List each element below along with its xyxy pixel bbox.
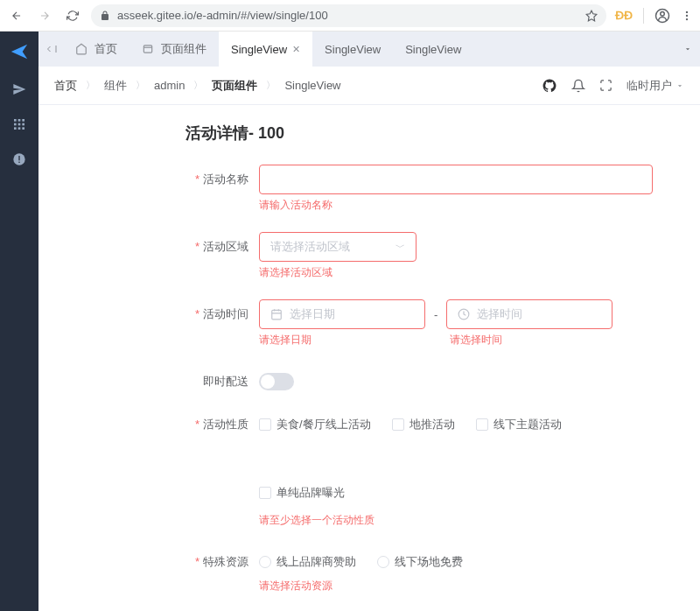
fullscreen-icon[interactable] <box>599 79 612 92</box>
chevron-right-icon: 〉 <box>193 79 203 92</box>
calendar-icon <box>270 308 283 320</box>
user-menu[interactable]: 临时用户 <box>626 78 684 94</box>
resource-option-1[interactable]: 线下场地免费 <box>377 554 463 570</box>
reload-button[interactable] <box>63 6 82 25</box>
checkbox-icon <box>476 418 488 431</box>
divider <box>643 8 644 24</box>
tab-singleview-3[interactable]: SingleView <box>393 32 473 67</box>
breadcrumb: 首页〉 组件〉 admin〉 页面组件〉 SingleView <box>54 78 341 94</box>
sidebar-send-icon[interactable] <box>12 82 26 96</box>
svg-point-4 <box>686 18 688 19</box>
tab-bar: 首页 页面组件 SingleView✕ SingleView SingleVie… <box>38 32 700 67</box>
sidebar-grid-icon[interactable] <box>12 117 26 131</box>
page-header: 首页〉 组件〉 admin〉 页面组件〉 SingleView 临时用户 <box>38 67 700 105</box>
nature-option-3[interactable]: 单纯品牌曝光 <box>259 485 345 501</box>
sidebar <box>0 32 38 611</box>
svg-rect-13 <box>22 127 24 130</box>
svg-rect-18 <box>272 310 282 320</box>
github-icon[interactable] <box>542 78 557 94</box>
breadcrumb-current: SingleView <box>284 79 340 92</box>
nature-option-1[interactable]: 地推活动 <box>392 417 455 432</box>
error-name: 请输入活动名称 <box>259 198 653 213</box>
error-date: 请选择日期 <box>259 333 425 348</box>
radio-icon <box>377 556 389 568</box>
close-icon[interactable]: ✕ <box>292 44 300 55</box>
label-region: *活动区域 <box>60 232 259 280</box>
breadcrumb-item[interactable]: admin <box>154 79 185 92</box>
chevron-down-icon <box>676 81 684 90</box>
label-resource: *特殊资源 <box>60 547 259 593</box>
svg-rect-5 <box>14 119 17 122</box>
nature-option-2[interactable]: 线下主题活动 <box>476 417 562 432</box>
date-picker[interactable]: 选择日期 <box>259 299 425 329</box>
url-bar[interactable]: asseek.gitee.io/e-admin/#/view/single/10… <box>91 4 606 27</box>
bell-icon[interactable] <box>571 79 585 93</box>
svg-rect-6 <box>18 119 21 122</box>
menu-icon[interactable] <box>681 10 693 22</box>
label-delivery: 即时配送 <box>60 367 259 390</box>
tab-label: SingleView <box>231 43 287 56</box>
activity-name-input[interactable] <box>259 165 653 194</box>
date-placeholder: 选择日期 <box>290 306 335 322</box>
url-text: asseek.gitee.io/e-admin/#/view/single/10… <box>117 9 578 22</box>
select-placeholder: 请选择活动区域 <box>270 239 350 255</box>
back-button[interactable] <box>7 6 26 25</box>
forward-button[interactable] <box>35 6 54 25</box>
browser-actions: ƉƉ <box>615 8 693 24</box>
activity-region-select[interactable]: 请选择活动区域 ﹀ <box>259 232 416 262</box>
tab-singleview-active[interactable]: SingleView✕ <box>219 32 312 67</box>
svg-rect-17 <box>144 46 151 53</box>
svg-rect-9 <box>18 123 21 126</box>
tab-label: 首页 <box>94 41 117 57</box>
extension-icon[interactable]: ƉƉ <box>615 9 633 22</box>
chevron-right-icon: 〉 <box>266 79 276 92</box>
svg-rect-16 <box>18 162 19 163</box>
svg-rect-15 <box>18 156 19 160</box>
delivery-switch[interactable] <box>259 373 294 390</box>
tab-home[interactable]: 首页 <box>63 32 130 67</box>
time-picker[interactable]: 选择时间 <box>446 299 612 329</box>
error-nature: 请至少选择一个活动性质 <box>259 513 653 528</box>
breadcrumb-item[interactable]: 组件 <box>104 78 127 94</box>
browser-toolbar: asseek.gitee.io/e-admin/#/view/single/10… <box>0 0 700 32</box>
home-icon <box>75 43 88 55</box>
star-icon[interactable] <box>585 10 598 22</box>
breadcrumb-item[interactable]: 页面组件 <box>212 78 257 94</box>
svg-point-2 <box>686 11 688 12</box>
app-logo[interactable] <box>10 42 29 61</box>
profile-icon[interactable] <box>654 8 670 24</box>
tab-menu[interactable] <box>676 32 700 67</box>
user-label: 临时用户 <box>626 78 672 94</box>
clock-icon <box>458 308 470 320</box>
tab-page-components[interactable]: 页面组件 <box>130 32 219 67</box>
svg-rect-10 <box>22 123 24 126</box>
chevron-right-icon: 〉 <box>136 79 145 92</box>
collapse-button[interactable] <box>38 32 63 67</box>
page-body: 活动详情- 100 *活动名称 请输入活动名称 *活动区域 请选择活动区域 ﹀ … <box>38 105 700 611</box>
page-title: 活动详情- 100 <box>186 123 679 144</box>
svg-point-3 <box>686 14 688 16</box>
label-nature: *活动性质 <box>60 410 259 528</box>
tab-label: SingleView <box>405 43 461 56</box>
chevron-down-icon: ﹀ <box>396 241 405 254</box>
error-region: 请选择活动区域 <box>259 265 653 280</box>
checkbox-icon <box>392 418 404 431</box>
nature-option-0[interactable]: 美食/餐厅线上活动 <box>259 417 371 432</box>
tab-singleview-2[interactable]: SingleView <box>312 32 393 67</box>
label-name: *活动名称 <box>60 165 259 213</box>
error-resource: 请选择活动资源 <box>259 579 653 593</box>
radio-icon <box>259 556 271 568</box>
svg-rect-7 <box>22 119 24 122</box>
tab-label: 页面组件 <box>161 41 206 57</box>
label-time: *活动时间 <box>60 299 259 348</box>
sidebar-alert-icon[interactable] <box>12 152 26 166</box>
time-placeholder: 选择时间 <box>477 306 522 322</box>
chevron-right-icon: 〉 <box>86 79 95 92</box>
svg-point-1 <box>661 11 665 16</box>
error-time: 请选择时间 <box>450 333 616 348</box>
resource-option-0[interactable]: 线上品牌商赞助 <box>259 554 356 570</box>
tab-label: SingleView <box>325 43 381 56</box>
svg-rect-11 <box>14 127 17 130</box>
range-separator: - <box>434 308 438 321</box>
breadcrumb-home[interactable]: 首页 <box>54 78 77 94</box>
